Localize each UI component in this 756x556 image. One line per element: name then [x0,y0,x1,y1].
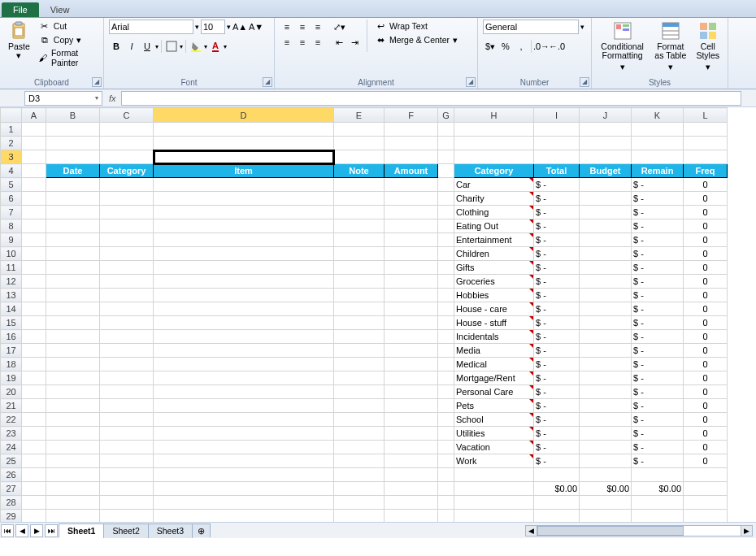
row-header-2[interactable]: 2 [1,137,22,150]
row-header-7[interactable]: 7 [1,206,22,219]
cell-H16[interactable]: Incidentals [454,330,534,344]
cell-K9[interactable]: $ - [632,233,684,247]
cell-I24[interactable]: $ - [534,441,580,454]
cell-E9[interactable] [334,233,385,247]
cell-B10[interactable] [46,247,100,261]
cell-A23[interactable] [22,427,46,441]
cell-D9[interactable] [154,233,334,247]
cell-A19[interactable] [22,371,46,385]
cell-B23[interactable] [46,427,100,441]
cell-E22[interactable] [334,413,385,427]
cell-J18[interactable] [580,358,632,371]
cell-J20[interactable] [580,385,632,399]
cell-F21[interactable] [385,399,438,413]
cell-F13[interactable] [385,289,438,302]
cell-L19[interactable]: 0 [684,371,728,385]
cell-F18[interactable] [385,358,438,371]
cell-H5[interactable]: Car [454,178,534,192]
cell-K25[interactable]: $ - [632,454,684,468]
cell-C9[interactable] [100,233,154,247]
cell-L29[interactable] [684,510,728,523]
row-header-4[interactable]: 4 [1,164,22,178]
clipboard-dialog-icon[interactable]: ◢ [92,77,102,87]
cell-K26[interactable] [632,468,684,482]
row-header-14[interactable]: 14 [1,302,22,316]
cell-L27[interactable] [684,482,728,496]
cell-D27[interactable] [154,482,334,496]
cell-F9[interactable] [385,233,438,247]
cell-A6[interactable] [22,192,46,206]
cell-H20[interactable]: Personal Care [454,385,534,399]
col-header-D[interactable]: D [154,108,334,123]
header-cell-I4[interactable]: Total [534,164,580,178]
font-dialog-icon[interactable]: ◢ [263,77,272,87]
align-center-button[interactable]: ≡ [295,35,310,50]
font-color-button[interactable]: A [208,39,223,54]
header-cell-D4[interactable]: Item [154,164,334,178]
cell-L25[interactable]: 0 [684,454,728,468]
row-header-27[interactable]: 27 [1,482,22,496]
cell-D3[interactable] [154,150,334,164]
cell-D10[interactable] [154,247,334,261]
cell-F11[interactable] [385,261,438,275]
cell-B25[interactable] [46,454,100,468]
cell-G29[interactable] [438,510,454,523]
percent-button[interactable]: % [498,39,513,54]
row-header-6[interactable]: 6 [1,192,22,206]
cell-E18[interactable] [334,358,385,371]
cell-F22[interactable] [385,413,438,427]
cell-C27[interactable] [100,482,154,496]
cell-B13[interactable] [46,289,100,302]
cell-I1[interactable] [534,123,580,137]
cell-C25[interactable] [100,454,154,468]
row-header-25[interactable]: 25 [1,454,22,468]
cell-K29[interactable] [632,510,684,523]
cell-K16[interactable]: $ - [632,330,684,344]
cell-L10[interactable]: 0 [684,247,728,261]
col-header-B[interactable]: B [46,108,100,123]
cell-A22[interactable] [22,413,46,427]
cell-I23[interactable]: $ - [534,427,580,441]
cut-button[interactable]: ✂Cut [37,20,98,33]
cell-I20[interactable]: $ - [534,385,580,399]
cell-A10[interactable] [22,247,46,261]
cell-L17[interactable]: 0 [684,344,728,358]
cell-J12[interactable] [580,275,632,289]
cell-B7[interactable] [46,206,100,219]
cell-G19[interactable] [438,371,454,385]
cell-L21[interactable]: 0 [684,399,728,413]
cell-G8[interactable] [438,219,454,233]
cell-C16[interactable] [100,330,154,344]
cell-E20[interactable] [334,385,385,399]
cell-K23[interactable]: $ - [632,427,684,441]
cell-C17[interactable] [100,344,154,358]
col-header-K[interactable]: K [632,108,684,123]
font-size-combo[interactable] [201,20,225,34]
increase-decimal-button[interactable]: .0→ [534,39,549,54]
cell-C8[interactable] [100,219,154,233]
cell-J28[interactable] [580,496,632,510]
cell-K21[interactable]: $ - [632,399,684,413]
cell-J8[interactable] [580,219,632,233]
header-cell-E4[interactable]: Note [334,164,385,178]
cell-D26[interactable] [154,468,334,482]
cell-I12[interactable]: $ - [534,275,580,289]
cell-A29[interactable] [22,510,46,523]
cell-G22[interactable] [438,413,454,427]
cell-L12[interactable]: 0 [684,275,728,289]
cell-H9[interactable]: Entertainment [454,233,534,247]
cell-B8[interactable] [46,219,100,233]
horizontal-scrollbar[interactable]: ◀▶ [210,525,756,536]
cell-G23[interactable] [438,427,454,441]
cell-B26[interactable] [46,468,100,482]
name-box[interactable]: D3▾ [24,91,102,106]
cell-C13[interactable] [100,289,154,302]
cell-A4[interactable] [22,164,46,178]
cell-G20[interactable] [438,385,454,399]
cell-B15[interactable] [46,316,100,330]
cell-B9[interactable] [46,233,100,247]
cell-E1[interactable] [334,123,385,137]
cell-K19[interactable]: $ - [632,371,684,385]
cell-I28[interactable] [534,496,580,510]
cell-E6[interactable] [334,192,385,206]
